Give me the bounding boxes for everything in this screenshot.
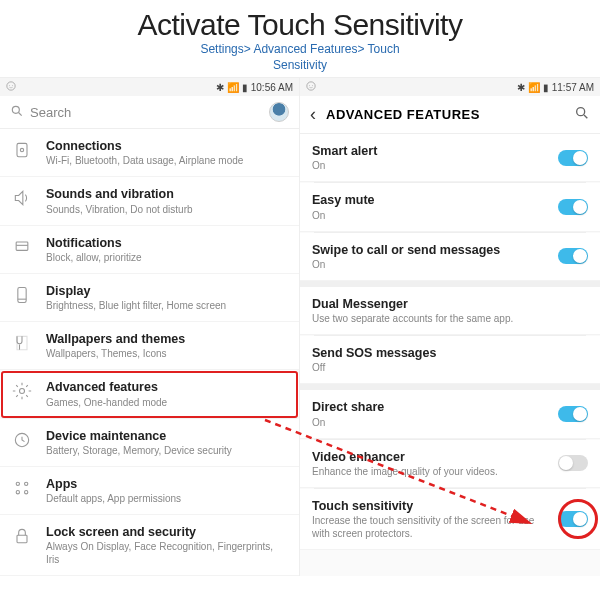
instruction-header: Activate Touch Sensitivity Settings> Adv… [0,0,600,77]
svg-point-16 [16,490,19,493]
feature-row[interactable]: Easy muteOn [300,183,600,231]
feature-row[interactable]: Touch sensitivityIncrease the touch sens… [300,489,600,550]
feature-row[interactable]: Dual MessengerUse two separate accounts … [300,287,600,335]
svg-point-2 [12,85,13,86]
search-bar[interactable]: Search [0,96,299,129]
feature-row[interactable]: Send SOS messagesOff [300,336,600,384]
display-icon [12,285,32,305]
lock-icon [12,526,32,546]
back-icon[interactable]: ‹ [310,104,316,125]
feature-row[interactable]: Direct shareOn [300,390,600,438]
svg-point-15 [25,482,28,485]
toggle-switch[interactable] [558,150,588,166]
row-title: Direct share [312,399,544,415]
settings-row-lock[interactable]: Lock screen and securityAlways On Displa… [0,515,299,576]
row-title: Connections [46,138,287,154]
row-subtitle: On [312,416,544,429]
row-title: Send SOS messages [312,345,588,361]
search-icon[interactable] [574,105,590,125]
apps-icon [12,478,32,498]
row-subtitle: On [312,159,544,172]
toggle-switch[interactable] [558,511,588,527]
svg-rect-5 [17,144,27,157]
row-subtitle: Default apps, App permissions [46,492,287,505]
status-bar: ✱ 📶 ▮ 10:56 AM [0,78,299,96]
instruction-path: Settings> Advanced Features> Touch Sensi… [0,42,600,73]
toggle-switch[interactable] [558,455,588,471]
feature-row[interactable]: Smart alertOn [300,134,600,182]
row-subtitle: On [312,258,544,271]
bluetooth-icon: ✱ [517,82,525,93]
settings-row-maintenance[interactable]: Device maintenanceBattery, Storage, Memo… [0,419,299,467]
row-title: Device maintenance [46,428,287,444]
battery-icon: ▮ [242,82,248,93]
bluetooth-icon: ✱ [216,82,224,93]
row-title: Apps [46,476,287,492]
feature-row[interactable]: Video enhancerEnhance the image quality … [300,440,600,488]
row-subtitle: Use two separate accounts for the same a… [312,312,588,325]
left-phone: ✱ 📶 ▮ 10:56 AM Search ConnectionsWi-Fi, … [0,78,300,576]
row-title: Touch sensitivity [312,498,544,514]
row-subtitle: Wi-Fi, Bluetooth, Data usage, Airplane m… [46,154,287,167]
toggle-switch[interactable] [558,199,588,215]
settings-row-connections[interactable]: ConnectionsWi-Fi, Bluetooth, Data usage,… [0,129,299,177]
status-time: 11:57 AM [552,82,594,93]
svg-point-21 [312,85,313,86]
svg-line-23 [584,115,587,118]
row-subtitle: Always On Display, Face Recognition, Fin… [46,540,287,566]
settings-row-wallpaper[interactable]: Wallpapers and themesWallpapers, Themes,… [0,322,299,370]
svg-line-4 [19,112,22,115]
svg-point-17 [25,490,28,493]
svg-point-1 [9,85,10,86]
settings-row-display[interactable]: DisplayBrightness, Blue light filter, Ho… [0,274,299,322]
toggle-switch[interactable] [558,248,588,264]
advanced-features-header: ‹ ADVANCED FEATURES [300,96,600,134]
maintenance-icon [12,430,32,450]
search-placeholder: Search [30,105,71,120]
settings-row-sound[interactable]: Sounds and vibrationSounds, Vibration, D… [0,177,299,225]
row-title: Video enhancer [312,449,544,465]
svg-rect-18 [17,535,27,543]
instruction-title: Activate Touch Sensitivity [0,8,600,42]
settings-row-notifications[interactable]: NotificationsBlock, allow, prioritize [0,226,299,274]
search-icon [10,104,24,121]
svg-point-14 [16,482,19,485]
row-subtitle: Wallpapers, Themes, Icons [46,347,287,360]
avatar[interactable] [269,102,289,122]
svg-point-6 [20,149,23,152]
toggle-switch[interactable] [558,406,588,422]
svg-point-12 [20,389,25,394]
svg-point-20 [309,85,310,86]
row-title: Sounds and vibration [46,186,287,202]
svg-point-3 [12,106,19,113]
row-title: Display [46,283,287,299]
row-title: Lock screen and security [46,524,287,540]
row-title: Smart alert [312,143,544,159]
reddit-icon [6,81,16,93]
settings-row-advanced[interactable]: Advanced featuresGames, One-handed mode [0,370,299,418]
battery-icon: ▮ [543,82,549,93]
reddit-icon [306,81,316,93]
row-subtitle: Brightness, Blue light filter, Home scre… [46,299,287,312]
row-title: Swipe to call or send messages [312,242,544,258]
connections-icon [12,140,32,160]
notifications-icon [12,237,32,257]
row-subtitle: On [312,209,544,222]
settings-row-apps[interactable]: AppsDefault apps, App permissions [0,467,299,515]
feature-row[interactable]: Swipe to call or send messagesOn [300,233,600,281]
status-bar: ✱ 📶 ▮ 11:57 AM [300,78,600,96]
right-phone: ✱ 📶 ▮ 11:57 AM ‹ ADVANCED FEATURES Smart… [300,78,600,576]
row-title: Dual Messenger [312,296,588,312]
row-title: Advanced features [46,379,287,395]
row-subtitle: Enhance the image quality of your videos… [312,465,544,478]
svg-rect-7 [16,242,28,250]
row-subtitle: Games, One-handed mode [46,396,287,409]
row-subtitle: Increase the touch sensitivity of the sc… [312,514,544,540]
svg-rect-9 [18,287,26,302]
svg-point-19 [307,82,315,90]
row-title: Wallpapers and themes [46,331,287,347]
row-subtitle: Off [312,361,588,374]
wallpaper-icon [12,333,32,353]
row-title: Notifications [46,235,287,251]
row-title: Easy mute [312,192,544,208]
